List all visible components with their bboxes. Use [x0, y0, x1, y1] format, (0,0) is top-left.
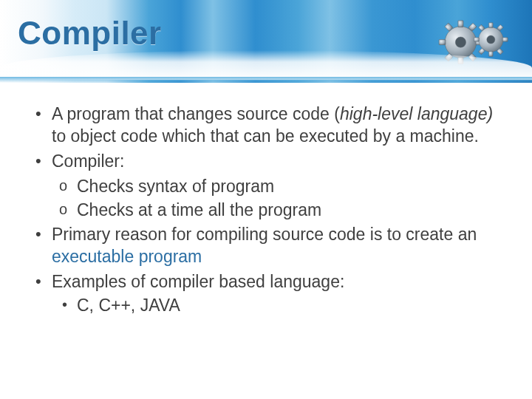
svg-rect-14 — [502, 38, 508, 42]
bullet-2-sub-1: Checks syntax of program — [52, 176, 502, 198]
bullet-2-sublist: Checks syntax of program Checks at a tim… — [52, 176, 502, 222]
bullet-3-text-pre: Primary reason for compiling source code… — [52, 225, 477, 244]
bullet-2-sub-2-text: Checks at a time all the program — [77, 200, 321, 219]
svg-rect-12 — [489, 52, 494, 57]
svg-point-19 — [487, 35, 495, 44]
bullet-4-text: Examples of compiler based language: — [52, 272, 344, 291]
svg-rect-1 — [458, 21, 463, 27]
bullet-2: Compiler: Checks syntax of program Check… — [33, 151, 502, 222]
bullet-4: Examples of compiler based language: C, … — [33, 271, 502, 317]
bullet-3-link: executable program — [52, 247, 202, 266]
bullet-4-sub-1-text: C, C++, JAVA — [77, 296, 180, 315]
bullet-1-italic: high-level language) — [340, 104, 493, 123]
header-swoosh — [0, 50, 532, 80]
bullet-1-text-post: to object code which that can be execute… — [52, 126, 479, 146]
svg-point-9 — [455, 37, 466, 47]
bullet-4-sub-1: C, C++, JAVA — [52, 295, 502, 317]
bullet-2-sub-1-text: Checks syntax of program — [77, 177, 274, 196]
bullet-2-text: Compiler: — [52, 151, 124, 171]
slide-content: A program that changes source code (high… — [33, 103, 502, 320]
header-underline — [0, 77, 532, 83]
svg-rect-13 — [474, 38, 479, 42]
slide-title: Compiler — [18, 15, 162, 52]
bullet-1-text-pre: A program that changes source code ( — [52, 104, 340, 123]
bullet-2-sub-2: Checks at a time all the program — [52, 200, 502, 222]
bullet-list: A program that changes source code (high… — [33, 103, 502, 317]
svg-rect-11 — [489, 23, 494, 28]
svg-rect-3 — [439, 40, 446, 45]
bullet-3: Primary reason for compiling source code… — [33, 224, 502, 268]
bullet-4-sublist: C, C++, JAVA — [52, 295, 502, 317]
bullet-1: A program that changes source code (high… — [33, 103, 502, 148]
slide: Compiler A program that changes source c… — [0, 0, 532, 399]
